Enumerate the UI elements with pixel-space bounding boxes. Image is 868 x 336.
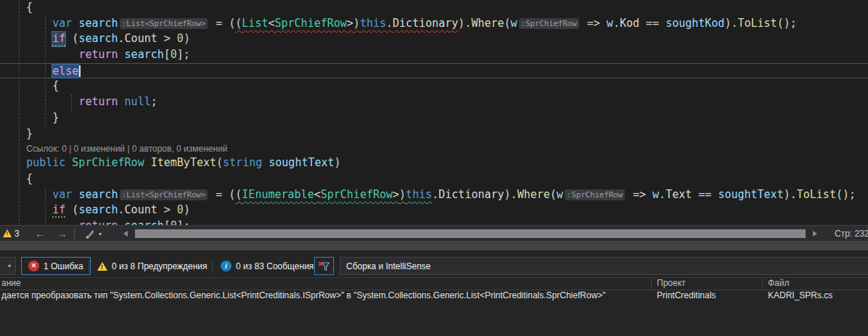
code-token: if xyxy=(52,32,65,46)
warning-icon: ! xyxy=(97,262,107,271)
code-line: if (search.Count > 0) xyxy=(0,202,868,218)
code-line: return null; xyxy=(0,94,868,110)
code-token: return xyxy=(78,95,124,108)
column-header-file[interactable]: Файл xyxy=(768,278,790,288)
code-token: [ xyxy=(164,219,171,225)
code-line: return search[0]; xyxy=(0,218,868,225)
inlay-hint: :List<SprChiefRow> xyxy=(120,18,208,29)
code-token: Count xyxy=(125,32,157,45)
code-token: => xyxy=(633,188,646,201)
code-token: w xyxy=(511,17,517,30)
code-token: SprChiefRow xyxy=(72,156,144,169)
code-token: ) xyxy=(184,32,190,45)
codelens-line: Ссылок: 0 | 0 изменений | 0 авторов, 0 и… xyxy=(0,142,868,155)
code-token xyxy=(0,142,26,155)
code-token: ; xyxy=(151,95,157,108)
code-token: ( xyxy=(216,156,223,169)
code-token xyxy=(0,219,78,225)
column-separator[interactable] xyxy=(762,279,763,289)
code-token: => xyxy=(587,17,600,30)
column-header-description[interactable]: ание xyxy=(1,278,21,288)
code-token: = ( xyxy=(209,188,235,201)
code-token: search xyxy=(125,219,164,225)
code-token: . xyxy=(118,32,125,45)
code-token: 0 xyxy=(177,32,184,45)
code-token: search xyxy=(78,32,118,45)
code-token: > xyxy=(347,17,353,30)
code-token: . xyxy=(659,188,666,201)
messages-filter-button[interactable]: i 0 из 83 Сообщения xyxy=(218,257,316,275)
code-token xyxy=(262,156,269,169)
code-token xyxy=(0,156,26,169)
code-token: this xyxy=(360,17,386,30)
code-token: w xyxy=(607,17,613,30)
code-token xyxy=(581,17,587,30)
code-token: . xyxy=(432,188,438,201)
code-token: public xyxy=(26,156,72,169)
code-token: return xyxy=(78,48,124,61)
navigate-back-icon[interactable]: ← xyxy=(35,228,46,239)
code-token: ). xyxy=(504,188,517,201)
error-list-toolbar: ▾ ✕ 1 Ошибка ! 0 из 8 Предупреждения i 0… xyxy=(0,257,868,276)
code-token: } xyxy=(0,127,33,140)
code-token: ToList xyxy=(797,188,836,201)
code-token: (); xyxy=(836,188,856,201)
separator xyxy=(74,229,75,239)
inlay-hint: :SprChiefRow xyxy=(519,18,579,29)
error-row[interactable]: дается преобразовать тип "System.Collect… xyxy=(0,290,868,306)
column-separator[interactable] xyxy=(651,279,652,289)
code-token: ItemByText xyxy=(151,156,216,169)
scope-dropdown-partial[interactable]: ▾ xyxy=(0,257,16,275)
code-token: else xyxy=(52,65,78,78)
scroll-right-icon[interactable] xyxy=(813,231,817,237)
horizontal-scrollbar-thumb[interactable] xyxy=(135,229,806,238)
code-token: Dictionary xyxy=(438,188,504,201)
error-list-panel: ▾ ✕ 1 Ошибка ! 0 из 8 Предупреждения i 0… xyxy=(0,250,868,336)
code-token: Kod xyxy=(620,17,639,30)
code-token: < xyxy=(314,188,321,201)
code-token: ). xyxy=(784,188,797,201)
code-token xyxy=(600,17,607,30)
code-line: } xyxy=(0,126,868,142)
error-icon: ✕ xyxy=(28,261,39,271)
code-line: var search:List<SprChiefRow> = ((List<Sp… xyxy=(0,16,868,32)
error-file: KADRI_SPRs.cs xyxy=(768,290,832,300)
code-token xyxy=(0,203,52,216)
code-token: ( xyxy=(504,17,511,30)
code-token xyxy=(0,95,78,108)
code-token: { xyxy=(0,1,33,14)
scroll-left-icon[interactable] xyxy=(123,231,128,237)
panel-splitter[interactable] xyxy=(0,241,868,250)
code-token xyxy=(0,65,52,78)
code-token: ( xyxy=(65,32,78,45)
code-token: soughtKod xyxy=(666,17,724,30)
error-description: дается преобразовать тип "System.Collect… xyxy=(1,290,606,300)
code-token: null xyxy=(125,95,151,108)
code-token xyxy=(626,188,633,201)
code-token: Where xyxy=(471,17,504,30)
clear-filter-button[interactable] xyxy=(314,257,334,275)
warnings-filter-label: 0 из 8 Предупреждения xyxy=(112,261,208,271)
code-token: == xyxy=(639,17,666,30)
error-project: PrintCreditinals xyxy=(657,290,716,300)
error-list-header: ание Проект Файл xyxy=(0,277,868,290)
code-token: Count xyxy=(125,203,157,216)
separator xyxy=(89,260,89,273)
code-area: { var search:List<SprChiefRow> = ((List<… xyxy=(0,0,868,225)
code-token: return xyxy=(78,219,124,225)
inlay-hint: :SprChiefRow xyxy=(565,189,625,200)
code-token: var xyxy=(52,17,78,30)
code-line: { xyxy=(0,171,868,187)
code-token: Text xyxy=(666,188,692,201)
navigate-forward-icon[interactable]: → xyxy=(57,228,67,239)
warnings-filter-button[interactable]: ! 0 из 8 Предупреждения xyxy=(94,257,210,275)
code-editor[interactable]: { var search:List<SprChiefRow> = ((List<… xyxy=(0,0,868,225)
column-header-project[interactable]: Проект xyxy=(657,278,686,288)
errors-filter-button[interactable]: ✕ 1 Ошибка xyxy=(21,257,91,275)
code-line: var search:List<SprChiefRow> = ((IEnumer… xyxy=(0,187,868,203)
chevron-down-icon[interactable]: ▾ xyxy=(99,231,102,237)
code-token: ( xyxy=(65,203,78,216)
code-token: search xyxy=(78,203,118,216)
code-token: search xyxy=(125,48,164,61)
build-intellisense-dropdown[interactable]: Сборка и IntelliSense ▾ xyxy=(340,257,868,275)
